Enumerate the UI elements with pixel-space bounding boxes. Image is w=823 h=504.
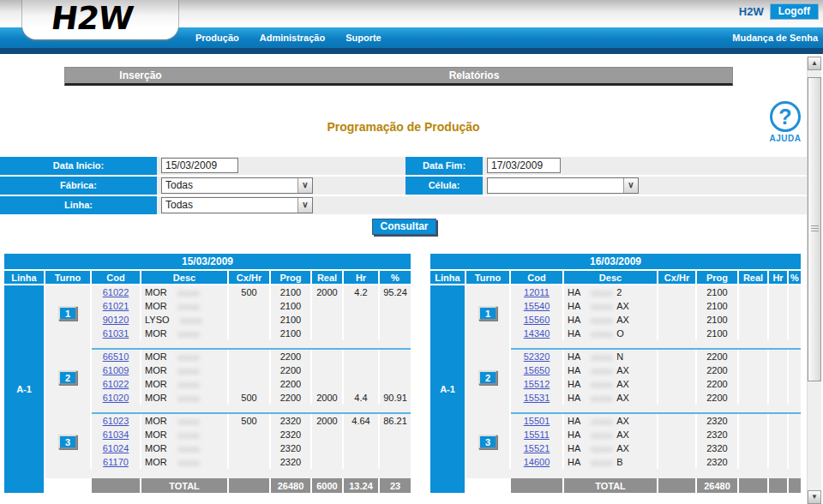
pct-cell: [789, 327, 801, 340]
logoff-button[interactable]: Logoff: [770, 3, 819, 20]
logo-tab: H2W: [22, 0, 178, 39]
desc-text: HA: [568, 315, 580, 325]
pct-cell: [789, 299, 801, 313]
cxhr-cell: [658, 428, 695, 441]
scrollbar-thumb[interactable]: [808, 77, 821, 381]
desc-text: MOR: [145, 287, 167, 297]
cod-link[interactable]: 15501: [524, 416, 550, 426]
cod-link[interactable]: 90120: [103, 315, 129, 325]
data-fim-input[interactable]: [487, 158, 561, 173]
nav-item-administracao[interactable]: Administração: [260, 27, 325, 48]
cod-link[interactable]: 15531: [524, 393, 550, 403]
application-window: H2W Logoff Produção Administração Suport…: [0, 0, 823, 504]
change-password-link[interactable]: Mudança de Senha: [732, 27, 818, 48]
cxhr-cell: [229, 441, 269, 455]
cod-link[interactable]: 61170: [103, 457, 129, 467]
hr-cell: 4.2: [344, 285, 378, 299]
cod-link[interactable]: 61022: [103, 379, 129, 389]
cxhr-cell: [658, 313, 695, 327]
chevron-down-icon[interactable]: ∨: [623, 178, 638, 193]
data-inicio-input[interactable]: [161, 158, 238, 173]
cod-link[interactable]: 66510: [103, 351, 129, 362]
turno-button[interactable]: 3: [478, 435, 497, 449]
scroll-down-icon[interactable]: ▼: [808, 490, 821, 504]
cod-link[interactable]: 61034: [103, 429, 129, 440]
desc-cell: MOR: [141, 350, 227, 363]
hr-cell: [769, 441, 787, 455]
column-header-desc: Desc: [564, 271, 657, 285]
turno-button[interactable]: 3: [58, 435, 77, 449]
turno-button[interactable]: 2: [58, 370, 77, 385]
cod-link[interactable]: 15560: [524, 315, 550, 325]
desc-text-end: 2: [616, 287, 622, 297]
spacer-row: [4, 405, 411, 414]
vertical-scrollbar[interactable]: ▲ ▼: [807, 57, 821, 504]
cod-link[interactable]: 61024: [103, 443, 129, 453]
desc-text: HA: [568, 379, 580, 389]
linha-select[interactable]: Todas ∨: [161, 197, 313, 213]
total-spacer: [466, 478, 509, 493]
cod-link[interactable]: 61020: [103, 393, 129, 403]
cod-link[interactable]: 14600: [524, 457, 550, 467]
menu-item-relatorios[interactable]: Relatórios: [216, 68, 732, 83]
nav-item-suporte[interactable]: Suporte: [345, 27, 381, 48]
redacted-blur: [591, 382, 613, 388]
fabrica-select[interactable]: Todas ∨: [161, 177, 313, 194]
pct-cell: [380, 363, 411, 377]
turno-button[interactable]: 2: [478, 370, 497, 385]
menu-item-insercao[interactable]: Inserção: [65, 68, 216, 83]
consultar-button[interactable]: Consultar: [372, 219, 436, 235]
cod-link[interactable]: 15521: [524, 443, 550, 453]
redacted-blur: [177, 460, 200, 466]
cod-link[interactable]: 61022: [103, 287, 129, 297]
cxhr-cell: [229, 363, 269, 377]
linha-cell: A-1: [430, 285, 465, 493]
cod-cell: 15540: [511, 299, 562, 313]
desc-cell: HA2: [564, 285, 657, 299]
scroll-up-icon[interactable]: ▲: [808, 57, 821, 70]
cod-link[interactable]: 61031: [103, 328, 129, 339]
desc-text: MOR: [145, 416, 167, 426]
cod-link[interactable]: 15650: [524, 365, 550, 375]
cod-cell: 61024: [92, 441, 140, 455]
pct-cell: 95.24: [380, 285, 411, 299]
prog-cell: 2320: [697, 441, 737, 455]
chevron-down-icon[interactable]: ∨: [297, 198, 312, 213]
spacer-row: [430, 340, 801, 350]
nav-item-producao[interactable]: Produção: [195, 27, 239, 48]
desc-text-end: N: [616, 351, 623, 362]
cxhr-cell: 500: [229, 285, 269, 299]
pct-cell: [789, 441, 801, 455]
desc-text: HA: [568, 443, 580, 453]
hr-cell: [344, 428, 378, 441]
cod-link[interactable]: 61009: [103, 365, 129, 375]
hr-cell: [769, 350, 787, 363]
hr-cell: [344, 441, 378, 455]
cxhr-cell: [229, 299, 269, 313]
cod-link[interactable]: 61023: [103, 416, 129, 426]
cod-link[interactable]: 52320: [524, 351, 550, 362]
help-button[interactable]: ? AJUDA: [766, 101, 805, 143]
prog-cell: 2320: [697, 414, 737, 428]
prog-cell: 2100: [271, 327, 310, 340]
spacer-cell: [45, 405, 90, 414]
celula-select[interactable]: ∨: [487, 177, 639, 194]
desc-text: MOR: [145, 351, 167, 362]
cod-link[interactable]: 15511: [524, 429, 550, 440]
cod-link[interactable]: 15512: [524, 379, 550, 389]
chevron-down-icon[interactable]: ∨: [297, 178, 312, 193]
scrollbar-grip-icon: [811, 225, 819, 233]
desc-text: MOR: [145, 328, 167, 339]
cod-link[interactable]: 14340: [524, 328, 550, 339]
cod-link[interactable]: 12011: [524, 287, 550, 297]
turno-button[interactable]: 1: [478, 306, 497, 321]
turno-button[interactable]: 1: [58, 306, 77, 321]
prog-cell: 2100: [271, 313, 310, 327]
cxhr-cell: [229, 455, 269, 469]
cod-link[interactable]: 15540: [524, 301, 550, 311]
real-cell: [312, 299, 342, 313]
spacer-row: [4, 469, 411, 478]
cxhr-cell: [229, 428, 269, 441]
cod-link[interactable]: 61021: [103, 301, 129, 311]
group-separator-line: [511, 405, 801, 414]
